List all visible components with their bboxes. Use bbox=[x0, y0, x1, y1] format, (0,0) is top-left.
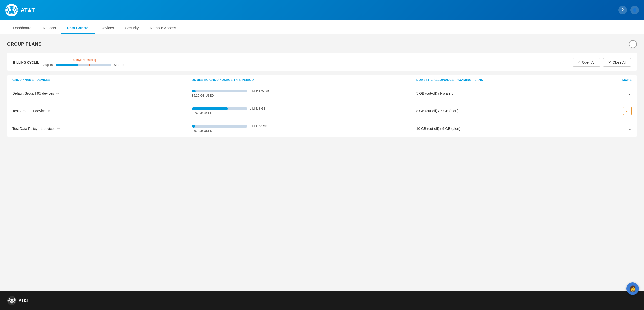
usage-bar-row: LIMIT: 40 GB bbox=[192, 125, 416, 128]
chevron-cell-test: ⌄ bbox=[596, 107, 632, 115]
billing-bar-track bbox=[56, 64, 111, 66]
usage-bar-fill bbox=[192, 107, 228, 110]
billing-end-date: Sep 1st bbox=[114, 63, 124, 67]
billing-cycle-container: 18 days remaining Aug 1st Sep 1st bbox=[43, 58, 124, 67]
footer-logo-text: AT&T bbox=[19, 298, 29, 303]
row-name-text: Test Data Policy | 4 devices bbox=[12, 127, 55, 131]
limit-label: LIMIT: 40 GB bbox=[250, 125, 267, 128]
limit-label: LIMIT: 475 GB bbox=[250, 89, 269, 93]
app-footer: AT&T bbox=[0, 291, 644, 310]
user-icon: 👤 bbox=[632, 8, 637, 13]
used-label: 5.74 GB USED bbox=[192, 111, 416, 115]
allowance-cell-test: 8 GB (cut-off) / 7 GB (alert) bbox=[416, 109, 596, 113]
main-content: GROUP PLANS + BILLING CYCLE: 18 days rem… bbox=[0, 34, 644, 291]
col-header-allowance: DOMESTIC ALLOWANCE | ROAMING PLANS bbox=[416, 78, 596, 82]
used-label: 35.26 GB USED bbox=[192, 94, 416, 97]
usage-cell-test: LIMIT: 8 GB 5.74 GB USED bbox=[192, 107, 416, 115]
app-header: AT&T ? 👤 bbox=[0, 0, 644, 20]
usage-cell-policy: LIMIT: 40 GB 2.67 GB USED bbox=[192, 125, 416, 133]
logo-text: AT&T bbox=[21, 7, 35, 13]
nav-item-security[interactable]: Security bbox=[119, 22, 144, 34]
billing-actions: ✓ Open All ✕ Close All bbox=[573, 58, 631, 67]
chevron-cell-policy: ⌄ bbox=[596, 126, 632, 131]
limit-label: LIMIT: 8 GB bbox=[250, 107, 266, 110]
col-header-group-name: GROUP NAME | DEVICES bbox=[12, 78, 192, 82]
help-icon: ? bbox=[622, 8, 624, 12]
nav-item-dashboard[interactable]: Dashboard bbox=[8, 22, 37, 34]
footer-att-logo-icon bbox=[7, 296, 17, 305]
group-plans-table: GROUP NAME | DEVICES DOMESTIC GROUP USAG… bbox=[7, 75, 637, 137]
usage-bar-fill bbox=[192, 90, 196, 92]
open-all-button[interactable]: ✓ Open All bbox=[573, 58, 600, 67]
allowance-cell-policy: 10 GB (cut-off) / 4 GB (alert) bbox=[416, 127, 596, 131]
nav-item-data-control[interactable]: Data Control bbox=[61, 22, 95, 34]
expand-default-button[interactable]: ⌄ bbox=[628, 91, 632, 96]
edit-icon-default[interactable]: ✏ bbox=[56, 92, 59, 95]
billing-start-date: Aug 1st bbox=[43, 63, 54, 67]
usage-bar-track bbox=[192, 107, 247, 110]
chat-icon: 👩 bbox=[629, 285, 636, 292]
page-title: GROUP PLANS bbox=[7, 42, 42, 47]
header-icons: ? 👤 bbox=[618, 6, 639, 14]
allowance-cell-default: 5 GB (cut-off) / No alert bbox=[416, 91, 596, 95]
table-row: Default Group | 95 devices ✏ LIMIT: 475 … bbox=[7, 85, 637, 102]
nav-item-reports[interactable]: Reports bbox=[37, 22, 61, 34]
help-button[interactable]: ? bbox=[618, 6, 627, 14]
section-header: GROUP PLANS + bbox=[7, 40, 637, 48]
row-name-text: Default Group | 95 devices bbox=[12, 91, 54, 95]
col-header-more: MORE bbox=[596, 78, 632, 82]
svg-point-4 bbox=[11, 9, 13, 11]
col-header-usage: DOMESTIC GROUP USAGE THIS PERIOD bbox=[192, 78, 416, 82]
table-row: Test Group | 1 device ✏ LIMIT: 8 GB 5.74… bbox=[7, 102, 637, 120]
open-all-label: Open All bbox=[582, 60, 595, 64]
nav-item-remote-access[interactable]: Remote Access bbox=[144, 22, 181, 34]
row-name-default: Default Group | 95 devices ✏ bbox=[12, 91, 192, 95]
footer-logo: AT&T bbox=[7, 296, 29, 305]
row-name-test: Test Group | 1 device ✏ bbox=[12, 109, 192, 113]
open-all-icon: ✓ bbox=[578, 60, 581, 64]
billing-label: BILLING CYCLE: bbox=[13, 61, 39, 64]
chat-bubble-button[interactable]: 👩 bbox=[626, 282, 639, 295]
close-all-button[interactable]: ✕ Close All bbox=[603, 58, 631, 67]
usage-bar-track bbox=[192, 90, 247, 92]
nav-item-devices[interactable]: Devices bbox=[95, 22, 119, 34]
billing-area: BILLING CYCLE: 18 days remaining Aug 1st… bbox=[7, 53, 637, 71]
table-header: GROUP NAME | DEVICES DOMESTIC GROUP USAG… bbox=[7, 75, 637, 85]
add-group-button[interactable]: + bbox=[629, 40, 637, 48]
expand-test-button[interactable]: ⌄ bbox=[623, 107, 632, 115]
user-button[interactable]: 👤 bbox=[630, 6, 639, 14]
billing-left: BILLING CYCLE: 18 days remaining Aug 1st… bbox=[13, 58, 124, 67]
edit-icon-test[interactable]: ✏ bbox=[48, 109, 50, 113]
logo-area: AT&T bbox=[5, 4, 45, 17]
billing-remaining: 18 days remaining bbox=[43, 58, 124, 62]
usage-bar-row: LIMIT: 8 GB bbox=[192, 107, 416, 110]
used-label: 2.67 GB USED bbox=[192, 129, 416, 133]
usage-bar-fill bbox=[192, 125, 195, 128]
expand-policy-button[interactable]: ⌄ bbox=[628, 126, 632, 131]
billing-bar-row: Aug 1st Sep 1st bbox=[43, 63, 124, 67]
svg-point-9 bbox=[11, 300, 13, 301]
close-all-icon: ✕ bbox=[608, 60, 611, 64]
att-logo-icon bbox=[5, 4, 18, 17]
billing-bar-fill bbox=[56, 64, 78, 66]
usage-cell-default: LIMIT: 475 GB 35.26 GB USED bbox=[192, 89, 416, 97]
row-name-text: Test Group | 1 device bbox=[12, 109, 46, 113]
nav-bar: Dashboard Reports Data Control Devices S… bbox=[0, 20, 644, 34]
usage-bar-track bbox=[192, 125, 247, 128]
edit-icon-policy[interactable]: ✏ bbox=[57, 127, 60, 131]
row-name-policy: Test Data Policy | 4 devices ✏ bbox=[12, 127, 192, 131]
table-row: Test Data Policy | 4 devices ✏ LIMIT: 40… bbox=[7, 120, 637, 137]
add-icon: + bbox=[631, 41, 634, 47]
close-all-label: Close All bbox=[613, 60, 626, 64]
usage-bar-row: LIMIT: 475 GB bbox=[192, 89, 416, 93]
chevron-cell-default: ⌄ bbox=[596, 91, 632, 96]
